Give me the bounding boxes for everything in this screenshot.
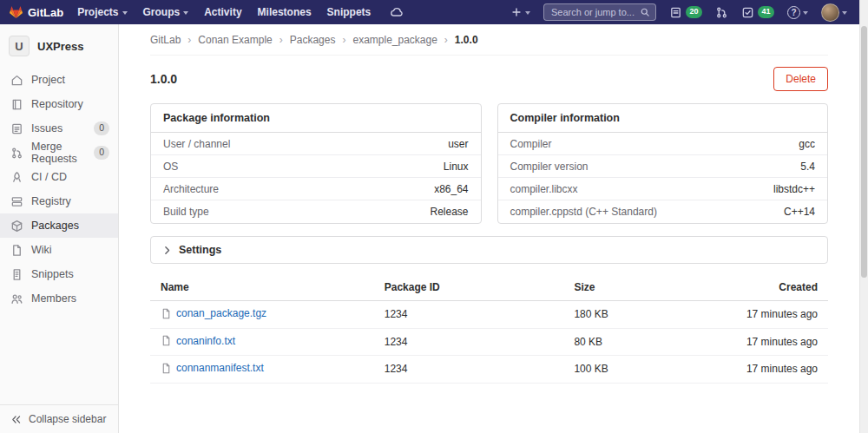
page-title: 1.0.0	[150, 72, 177, 86]
nav-groups[interactable]: Groups	[143, 6, 189, 18]
table-row: conan_package.tgz 1234 180 KB 17 minutes…	[150, 301, 828, 329]
snippet-icon	[10, 268, 23, 281]
rocket-icon	[10, 171, 23, 184]
breadcrumb-package[interactable]: example_package	[352, 34, 437, 46]
new-menu-button[interactable]	[510, 6, 530, 18]
navbar-menu: Projects Groups Activity Milestones Snip…	[77, 5, 404, 19]
sidebar-nav: Project Repository Issues 0 Merge Reques…	[0, 68, 118, 404]
delete-button[interactable]: Delete	[773, 67, 828, 91]
issues-dashboard-button[interactable]: 20	[669, 6, 702, 19]
nav-activity[interactable]: Activity	[204, 6, 241, 18]
sidebar-item-label: Project	[31, 74, 65, 86]
settings-label: Settings	[179, 244, 221, 256]
sidebar-item-merge-requests[interactable]: Merge Requests 0	[0, 141, 118, 165]
issues-icon	[669, 6, 682, 19]
chevron-down-icon	[183, 11, 188, 15]
size-cell: 100 KB	[563, 356, 733, 384]
merge-requests-button[interactable]	[715, 6, 728, 19]
chevron-down-icon	[525, 11, 530, 15]
breadcrumb-separator: ›	[279, 34, 283, 46]
scrollbar-thumb[interactable]	[861, 26, 867, 278]
nav-projects[interactable]: Projects	[77, 6, 127, 18]
global-search[interactable]	[543, 3, 656, 21]
sidebar-item-issues[interactable]: Issues 0	[0, 116, 118, 141]
breadcrumb-gitlab[interactable]: GitLab	[150, 34, 181, 46]
top-navbar: GitLab Projects Groups Activity Mileston…	[0, 0, 868, 24]
info-value: gcc	[799, 138, 815, 150]
file-link[interactable]: connanmanifest.txt	[161, 362, 264, 374]
info-row: User / channel user	[151, 133, 481, 155]
todos-button[interactable]: 41	[741, 6, 774, 19]
sidebar-item-packages[interactable]: Packages	[0, 213, 118, 238]
card-title: Compiler information	[498, 104, 828, 133]
page-scrollbar[interactable]	[859, 0, 868, 433]
user-avatar	[821, 3, 839, 22]
file-link[interactable]: conan_package.tgz	[161, 307, 266, 319]
created-cell: 17 minutes ago	[733, 356, 828, 384]
package-icon	[10, 220, 23, 233]
collapse-sidebar-label: Collapse sidebar	[29, 413, 106, 425]
info-label: compiler.cppstd (C++ Standard)	[510, 206, 657, 218]
size-cell: 80 KB	[563, 328, 733, 356]
info-row: Architecture x86_64	[151, 178, 481, 200]
nav-snippets-label: Snippets	[327, 6, 372, 18]
sidebar-item-registry[interactable]: Registry	[0, 189, 118, 213]
breadcrumb-separator: ›	[444, 34, 448, 46]
user-menu-button[interactable]	[821, 3, 847, 22]
sidebar-item-label: Members	[31, 292, 76, 305]
sidebar-item-label: CI / CD	[31, 171, 67, 183]
wiki-icon	[10, 244, 23, 257]
nav-milestones[interactable]: Milestones	[258, 6, 312, 18]
breadcrumb: GitLab › Conan Example › Packages › exam…	[150, 24, 828, 56]
nav-projects-label: Projects	[77, 6, 118, 18]
info-label: Build type	[163, 206, 209, 218]
main-content: GitLab › Conan Example › Packages › exam…	[119, 24, 859, 433]
sidebar-item-repository[interactable]: Repository	[0, 92, 118, 116]
info-value: libstdc++	[773, 183, 815, 195]
sidebar-item-cicd[interactable]: CI / CD	[0, 165, 118, 189]
info-value: C++14	[784, 206, 815, 218]
column-header-package-id: Package ID	[374, 274, 564, 301]
size-cell: 180 KB	[563, 301, 733, 329]
file-link[interactable]: conaninfo.txt	[161, 335, 235, 347]
cloud-icon-button[interactable]	[390, 5, 404, 19]
settings-expander[interactable]: Settings	[150, 236, 828, 264]
help-menu-button[interactable]: ?	[787, 6, 808, 19]
breadcrumb-separator: ›	[187, 34, 191, 46]
sidebar-item-label: Snippets	[31, 268, 74, 280]
column-header-size: Size	[563, 274, 733, 301]
brand-text: GitLab	[28, 6, 63, 19]
collapse-sidebar-button[interactable]: Collapse sidebar	[0, 404, 118, 433]
chevron-right-icon	[161, 245, 173, 256]
cloud-icon	[390, 5, 404, 19]
info-label: Compiler version	[510, 161, 589, 173]
info-row: Build type Release	[151, 200, 481, 223]
sidebar-item-project[interactable]: Project	[0, 68, 118, 92]
file-name: conaninfo.txt	[176, 335, 235, 347]
navbar-right: 20 41 ?	[510, 3, 847, 22]
breadcrumb-packages[interactable]: Packages	[290, 34, 336, 46]
info-label: OS	[163, 161, 178, 173]
info-cards: Package information User / channel user …	[150, 103, 828, 224]
nav-activity-label: Activity	[204, 6, 241, 18]
sidebar-item-wiki[interactable]: Wiki	[0, 238, 118, 262]
search-input[interactable]	[549, 6, 636, 18]
registry-icon	[10, 195, 23, 208]
gitlab-home-link[interactable]: GitLab	[9, 5, 63, 19]
created-cell: 17 minutes ago	[733, 328, 828, 356]
file-name: connanmanifest.txt	[176, 362, 264, 374]
table-row: conaninfo.txt 1234 80 KB 17 minutes ago	[150, 328, 828, 356]
file-icon	[161, 308, 172, 319]
project-header[interactable]: U UXPress	[0, 24, 118, 68]
sidebar-item-members[interactable]: Members	[0, 286, 118, 311]
info-value: user	[448, 138, 468, 150]
file-icon	[161, 363, 172, 374]
breadcrumb-group[interactable]: Conan Example	[198, 34, 272, 46]
sidebar-item-label: Repository	[31, 98, 83, 110]
package-id-cell: 1234	[374, 356, 564, 384]
nav-snippets[interactable]: Snippets	[327, 6, 372, 18]
issues-count-badge: 20	[686, 6, 702, 17]
sidebar-item-snippets[interactable]: Snippets	[0, 262, 118, 286]
info-value: Linux	[444, 161, 469, 173]
sidebar-item-label: Registry	[31, 195, 71, 207]
